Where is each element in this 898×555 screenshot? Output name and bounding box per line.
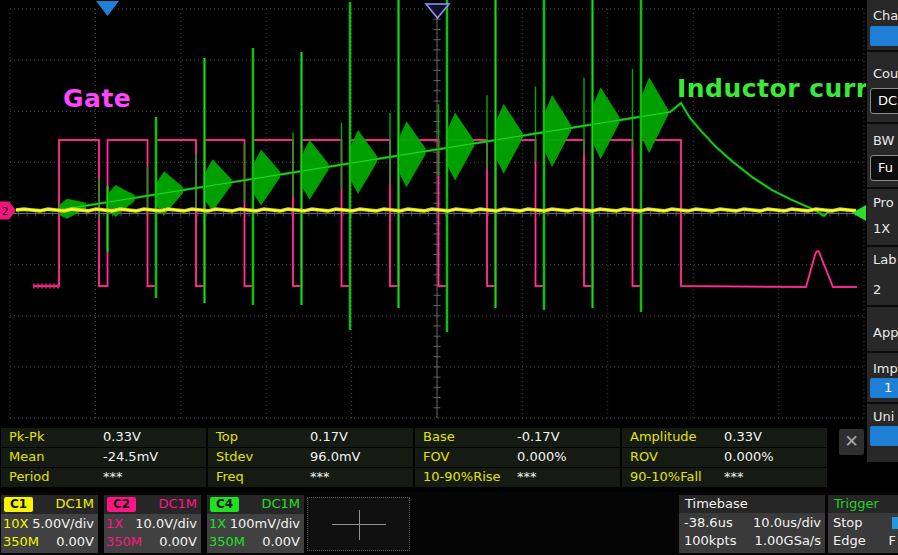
sidebar-button[interactable]: 1 xyxy=(870,378,898,398)
channel-offset: 0.00V xyxy=(56,534,94,549)
channel-row: 1X100mV/div xyxy=(207,516,304,534)
sidebar-label-1x: 1X xyxy=(873,221,890,236)
measurement-label: Top xyxy=(216,429,238,444)
trigger-level-fragment xyxy=(892,517,898,529)
channel-block-c4[interactable]: C4DC1M1X100mV/div350M0.00V xyxy=(207,495,304,553)
measurement-table: Pk-Pk0.33VTop0.17VBase-0.17VAmplitude0.3… xyxy=(0,427,838,488)
sidebar-divider xyxy=(867,122,898,124)
measurement-label: Base xyxy=(423,429,455,444)
inductor-current-trace-label: Inductor current xyxy=(677,74,898,103)
measurement-close-button[interactable]: ✕ xyxy=(839,429,864,455)
waveform-svg: 2 xyxy=(0,0,866,424)
sidebar-label-uni: Uni xyxy=(873,409,894,424)
timebase-samplerate: 1.00GSa/s xyxy=(755,533,821,548)
trigger-status: Stop xyxy=(833,515,863,530)
channel-offset: 0.00V xyxy=(159,534,197,549)
sidebar-label-lab: Lab xyxy=(873,252,896,267)
measurement-label: Pk-Pk xyxy=(9,429,44,444)
timebase-panel[interactable]: Timebase -38.6us 10.0us/div 100kpts 1.00… xyxy=(679,495,825,553)
channel-row: 350M0.00V xyxy=(207,534,304,552)
sidebar-divider xyxy=(867,351,898,353)
sidebar-divider xyxy=(867,187,898,189)
channel-coupling: DC1M xyxy=(158,496,197,511)
status-bar: C1DC1M10X5.00V/div350M0.00VC2DC1M1X10.0V… xyxy=(0,492,898,555)
measurement-label: Stdev xyxy=(216,449,253,464)
channel-badge[interactable]: C4 xyxy=(210,497,239,512)
sidebar-label-bw: BW xyxy=(873,133,894,148)
measurement-label: Period xyxy=(9,469,50,484)
channel-coupling: DC1M xyxy=(261,496,300,511)
measurement-value: -24.5mV xyxy=(103,449,158,464)
trigger-type: Edge xyxy=(833,533,866,548)
trigger-slope: F xyxy=(889,533,896,548)
channel-probe: 1X xyxy=(106,516,123,531)
trigger-title: Trigger xyxy=(828,495,898,513)
channel-bandwidth: 350M xyxy=(106,534,142,549)
channel-header: C4DC1M xyxy=(207,495,304,514)
timebase-points: 100kpts xyxy=(684,533,736,548)
sidebar-button[interactable] xyxy=(870,26,898,46)
measurement-label: Freq xyxy=(216,469,244,484)
svg-text:2: 2 xyxy=(2,206,8,217)
channel-block-c2[interactable]: C2DC1M1X10.0V/div350M0.00V xyxy=(104,495,201,553)
channel-scale: 5.00V/div xyxy=(32,516,94,531)
measurement-cell: Base-0.17V xyxy=(415,428,620,447)
sidebar-label-pro: Pro xyxy=(873,195,894,210)
sidebar-button[interactable] xyxy=(870,426,898,446)
measurement-value: *** xyxy=(310,469,330,484)
sidebar-label-imp: Imp xyxy=(873,361,898,376)
measurement-cell: Amplitude0.33V xyxy=(622,428,827,447)
measurement-value: 0.000% xyxy=(724,449,774,464)
channel-block-c1[interactable]: C1DC1M10X5.00V/div350M0.00V xyxy=(1,495,98,553)
measurement-cell: Top0.17V xyxy=(208,428,413,447)
sidebar-divider xyxy=(867,50,898,52)
measurement-value: 96.0mV xyxy=(310,449,361,464)
measurement-cell: 10-90%Rise*** xyxy=(415,468,620,487)
channel-coupling: DC1M xyxy=(55,496,94,511)
channel-bandwidth: 350M xyxy=(209,534,245,549)
sidebar-label-cou: Cou xyxy=(873,66,898,81)
sidebar-divider xyxy=(867,305,898,307)
channel-probe: 1X xyxy=(209,516,226,531)
sidebar-divider xyxy=(867,402,898,404)
measurement-label: Amplitude xyxy=(630,429,697,444)
timebase-title: Timebase xyxy=(679,495,825,513)
sidebar-label-cha: Cha xyxy=(873,8,898,23)
measurement-cell: Mean-24.5mV xyxy=(1,448,206,467)
sidebar-divider xyxy=(867,245,898,247)
sidebar-select-dc[interactable]: DC xyxy=(870,88,898,114)
measurement-label: Mean xyxy=(9,449,44,464)
measurement-label: 10-90%Rise xyxy=(423,469,501,484)
channel-header: C2DC1M xyxy=(104,495,201,514)
waveform-display[interactable]: 2 Gate Inductor current xyxy=(0,0,866,424)
add-channel-box[interactable] xyxy=(307,497,410,551)
plus-icon xyxy=(359,510,360,540)
channel-settings-sidebar[interactable]: ChaCouDCBWFuPro1XLab2AppImp1Uni xyxy=(866,0,898,462)
measurement-value: *** xyxy=(517,469,537,484)
trigger-panel[interactable]: Trigger Stop Edge F xyxy=(828,495,898,553)
measurement-value: -0.17V xyxy=(517,429,560,444)
measurement-cell: FOV0.000% xyxy=(415,448,620,467)
channel-bandwidth: 350M xyxy=(3,534,39,549)
measurement-cell: ROV0.000% xyxy=(622,448,827,467)
channel-badge[interactable]: C2 xyxy=(107,497,136,512)
gate-trace-label: Gate xyxy=(63,84,131,113)
channel-row: 1X10.0V/div xyxy=(104,516,201,534)
oscilloscope-screen: 2 Gate Inductor current ChaCouDCBWFuPro1… xyxy=(0,0,898,555)
measurement-value: 0.33V xyxy=(103,429,141,444)
channel-probe: 10X xyxy=(3,516,28,531)
sidebar-label-app: App xyxy=(873,325,898,340)
measurement-value: *** xyxy=(724,469,744,484)
measurement-cell: Pk-Pk0.33V xyxy=(1,428,206,447)
measurement-value: 0.000% xyxy=(517,449,567,464)
channel-row: 350M0.00V xyxy=(104,534,201,552)
measurement-cell: Stdev96.0mV xyxy=(208,448,413,467)
channel-row: 350M0.00V xyxy=(1,534,98,552)
channel-badge[interactable]: C1 xyxy=(4,497,33,512)
channel-offset: 0.00V xyxy=(262,534,300,549)
measurement-value: 0.17V xyxy=(310,429,348,444)
measurement-label: FOV xyxy=(423,449,449,464)
sidebar-select-fu[interactable]: Fu xyxy=(870,155,898,181)
timebase-delay: -38.6us xyxy=(684,515,733,530)
measurement-label: ROV xyxy=(630,449,658,464)
